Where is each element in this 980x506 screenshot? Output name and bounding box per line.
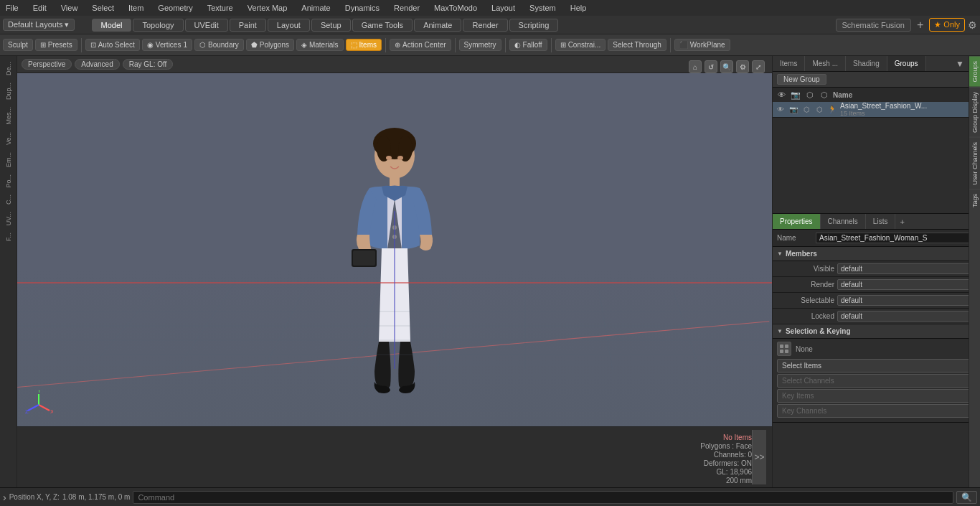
- groups-tab[interactable]: Groups: [887, 56, 926, 71]
- locked-select[interactable]: default on off: [837, 311, 976, 322]
- sidebar-item-po[interactable]: Po...: [4, 172, 14, 191]
- viewport-settings-btn[interactable]: ⚙: [736, 60, 749, 73]
- keying-grid-icon[interactable]: [777, 342, 791, 356]
- vtab-user-channels[interactable]: User Channels: [969, 137, 980, 189]
- polygons-button[interactable]: ⬟ Polygons: [246, 39, 294, 51]
- menu-select[interactable]: Select: [89, 2, 117, 14]
- schematic-fusion-label[interactable]: Schematic Fusion: [836, 19, 911, 32]
- ray-gl-pill[interactable]: Ray GL: Off: [123, 59, 174, 70]
- select-items-button[interactable]: Select Items: [777, 359, 976, 373]
- presets-button[interactable]: ⊞ Presets: [35, 39, 77, 51]
- select-channels-button[interactable]: Select Channels: [777, 374, 976, 388]
- sidebar-item-em[interactable]: Em...: [4, 149, 14, 170]
- add-layout-icon[interactable]: +: [914, 19, 926, 32]
- vtab-groups[interactable]: Groups: [969, 56, 980, 87]
- viewport-rotate-btn[interactable]: ↺: [705, 60, 717, 73]
- sidebar-item-dup[interactable]: Dup...: [4, 80, 14, 103]
- menu-geometry[interactable]: Geometry: [155, 2, 195, 14]
- boundary-button[interactable]: ⬡ Boundary: [194, 39, 244, 51]
- menu-file[interactable]: File: [3, 2, 22, 14]
- auto-select-button[interactable]: ⊡ Auto Select: [85, 39, 140, 51]
- viewport-zoom-btn[interactable]: 🔍: [720, 60, 733, 73]
- items-tab[interactable]: Items: [773, 56, 805, 71]
- only-badge[interactable]: ★ Only: [929, 18, 965, 32]
- visible-select[interactable]: default on off: [837, 263, 976, 274]
- mode-tab-animate[interactable]: Animate: [414, 19, 461, 32]
- viewport-3d[interactable]: X Y Z: [17, 73, 772, 426]
- visibility-toggle[interactable]: 👁: [776, 105, 786, 115]
- channels-tab[interactable]: Channels: [821, 214, 866, 229]
- render-toggle[interactable]: 📷: [788, 105, 798, 115]
- menu-dynamics[interactable]: Dynamics: [342, 2, 382, 14]
- viewport-home-btn[interactable]: ⌂: [689, 60, 702, 73]
- mode-tab-scripting[interactable]: Scripting: [509, 19, 559, 32]
- members-triangle-icon: ▼: [777, 250, 783, 257]
- viewport-expand-btn[interactable]: ⤢: [752, 60, 765, 73]
- falloff-button[interactable]: ◐ Falloff: [509, 39, 547, 51]
- panel-tab-dropdown[interactable]: ▼: [951, 59, 969, 69]
- sculpt-button[interactable]: Sculpt: [3, 39, 33, 51]
- properties-tab[interactable]: Properties: [773, 214, 821, 229]
- menu-texture[interactable]: Texture: [204, 2, 236, 14]
- search-button[interactable]: 🔍: [956, 491, 977, 504]
- vtab-group-display[interactable]: Group Display: [969, 87, 980, 137]
- render-select[interactable]: default on off: [837, 279, 976, 290]
- menu-help[interactable]: Help: [567, 2, 590, 14]
- constraints-button[interactable]: ⊞ Constrai...: [555, 39, 606, 51]
- advanced-pill[interactable]: Advanced: [75, 59, 119, 70]
- sidebar-item-c[interactable]: C...: [4, 192, 14, 207]
- auto-select-label: Auto Select: [98, 41, 135, 49]
- lock-toggle[interactable]: ⬡: [801, 105, 811, 115]
- members-section-header[interactable]: ▼ Members: [773, 247, 980, 261]
- menu-system[interactable]: System: [527, 2, 559, 14]
- workplane-button[interactable]: ⬛ WorkPlane: [674, 39, 730, 51]
- mode-tab-topology[interactable]: Topology: [133, 19, 183, 32]
- mode-tab-model[interactable]: Model: [92, 19, 132, 32]
- selectable-select[interactable]: default on off: [837, 295, 976, 306]
- select-through-button[interactable]: Select Through: [608, 39, 666, 51]
- vertices-button[interactable]: ◉ Vertices 1: [142, 39, 192, 51]
- symmetry-button[interactable]: Symmetry: [459, 39, 501, 51]
- svg-rect-34: [780, 345, 783, 348]
- new-group-button[interactable]: New Group: [777, 74, 826, 85]
- sidebar-item-f[interactable]: F...: [4, 230, 14, 244]
- menu-render[interactable]: Render: [391, 2, 423, 14]
- list-item[interactable]: 👁 📷 ⬡ ⬡ 🏃 Asian_Street_Fashion_W... 15 I…: [773, 102, 980, 118]
- shading-tab[interactable]: Shading: [846, 56, 887, 71]
- menu-item[interactable]: Item: [126, 2, 146, 14]
- menu-vertex-map[interactable]: Vertex Map: [245, 2, 291, 14]
- settings-icon[interactable]: ⚙: [968, 19, 977, 31]
- svg-text:Y: Y: [37, 390, 42, 394]
- menu-layout[interactable]: Layout: [489, 2, 518, 14]
- menu-view[interactable]: View: [58, 2, 81, 14]
- sidebar-item-mes[interactable]: Mes...: [4, 104, 14, 128]
- mode-tab-uvedit[interactable]: UVEdit: [185, 19, 228, 32]
- layout-dropdown[interactable]: Default Layouts ▾: [3, 19, 75, 31]
- vtab-tags[interactable]: Tags: [969, 189, 980, 212]
- mode-tab-render[interactable]: Render: [463, 19, 507, 32]
- add-tab-icon[interactable]: +: [895, 217, 908, 226]
- menu-animate[interactable]: Animate: [298, 2, 333, 14]
- sidebar-item-uv[interactable]: UV...: [4, 209, 14, 228]
- sidebar-item-de[interactable]: De...: [4, 59, 14, 78]
- key-items-button[interactable]: Key Items: [777, 389, 976, 403]
- key-channels-button[interactable]: Key Channels: [777, 404, 976, 418]
- mode-tab-game-tools[interactable]: Game Tools: [352, 19, 413, 32]
- menu-edit[interactable]: Edit: [30, 2, 50, 14]
- name-input[interactable]: [816, 233, 976, 243]
- mode-tab-layout[interactable]: Layout: [268, 19, 310, 32]
- sidebar-item-ve[interactable]: Ve...: [4, 129, 14, 148]
- materials-button[interactable]: ◈ Materials: [296, 39, 344, 51]
- mode-tab-paint[interactable]: Paint: [230, 19, 266, 32]
- mesh-tab[interactable]: Mesh ...: [805, 56, 846, 71]
- mesh-toggle[interactable]: ⬡: [814, 105, 824, 115]
- menu-maxtomodo[interactable]: MaxToModo: [431, 2, 480, 14]
- perspective-pill[interactable]: Perspective: [22, 59, 72, 70]
- command-input[interactable]: [133, 491, 953, 504]
- lists-tab[interactable]: Lists: [866, 214, 896, 229]
- action-center-button[interactable]: ⊕ Action Center: [390, 39, 451, 51]
- mode-tab-setup[interactable]: Setup: [311, 19, 351, 32]
- selection-keying-header[interactable]: ▼ Selection & Keying: [773, 324, 980, 339]
- expand-status-btn[interactable]: >>: [752, 430, 766, 484]
- items-button[interactable]: ⬚ Items: [346, 39, 382, 51]
